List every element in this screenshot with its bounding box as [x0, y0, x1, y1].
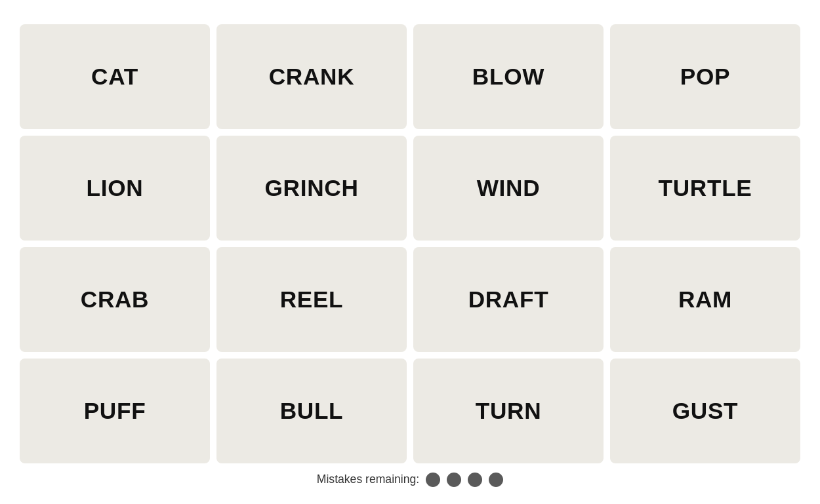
mistake-dot-2 [447, 473, 461, 487]
mistakes-section: Mistakes remaining: [317, 473, 503, 487]
grid-cell-crab[interactable]: CRAB [20, 247, 210, 352]
cell-label-turtle: TURTLE [659, 175, 752, 201]
grid-cell-puff[interactable]: PUFF [20, 359, 210, 463]
cell-label-pop: POP [680, 64, 730, 90]
grid-cell-gust[interactable]: GUST [610, 359, 800, 463]
mistakes-label: Mistakes remaining: [317, 473, 419, 486]
cell-label-blow: BLOW [472, 64, 544, 90]
grid-cell-turtle[interactable]: TURTLE [610, 136, 800, 241]
grid-cell-pop[interactable]: POP [610, 24, 800, 129]
mistake-dot-3 [468, 473, 482, 487]
grid-cell-ram[interactable]: RAM [610, 247, 800, 352]
grid-cell-wind[interactable]: WIND [413, 136, 604, 241]
cell-label-bull: BULL [280, 398, 344, 424]
cell-label-lion: LION [87, 175, 144, 201]
grid-cell-lion[interactable]: LION [20, 136, 210, 241]
cell-label-draft: DRAFT [468, 286, 549, 313]
grid-cell-turn[interactable]: TURN [413, 359, 604, 463]
cell-label-ram: RAM [678, 286, 732, 313]
mistake-dot-4 [489, 473, 503, 487]
cell-label-turn: TURN [476, 398, 542, 424]
grid-cell-draft[interactable]: DRAFT [413, 247, 604, 352]
cell-label-gust: GUST [672, 398, 739, 424]
grid-cell-cat[interactable]: CAT [20, 24, 210, 129]
grid-cell-reel[interactable]: REEL [216, 247, 407, 352]
cell-label-puff: PUFF [84, 398, 146, 424]
grid-cell-grinch[interactable]: GRINCH [216, 136, 407, 241]
mistake-dot-1 [426, 473, 440, 487]
cell-label-cat: CAT [91, 64, 138, 90]
word-grid: CATCRANKBLOWPOPLIONGRINCHWINDTURTLECRABR… [13, 18, 807, 470]
cell-label-wind: WIND [477, 175, 541, 201]
cell-label-crank: CRANK [269, 64, 355, 90]
cell-label-grinch: GRINCH [264, 175, 358, 201]
grid-cell-crank[interactable]: CRANK [216, 24, 407, 129]
cell-label-crab: CRAB [81, 286, 149, 313]
cell-label-reel: REEL [280, 286, 344, 313]
grid-cell-blow[interactable]: BLOW [413, 24, 604, 129]
grid-cell-bull[interactable]: BULL [216, 359, 407, 463]
